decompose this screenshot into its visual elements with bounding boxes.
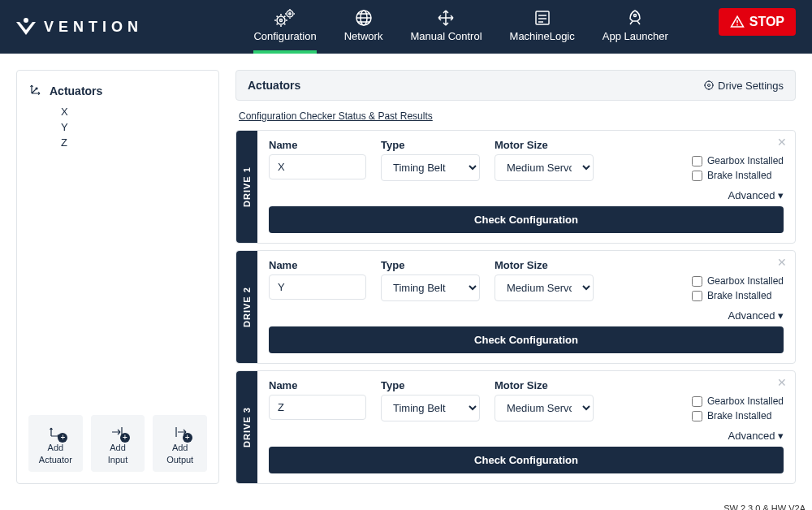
brand-text: VENTION xyxy=(44,19,143,36)
name-label: Name xyxy=(269,259,366,271)
add-actuator-button[interactable]: + Add Actuator xyxy=(28,415,83,472)
type-label: Type xyxy=(381,259,480,271)
brake-checkbox-label[interactable]: Brake Installed xyxy=(692,290,784,301)
brand-mark-icon xyxy=(16,17,36,37)
version-footer: SW 2.3.0 & HW V2A xyxy=(0,500,812,510)
nav-manual-control[interactable]: Manual Control xyxy=(410,0,482,54)
gearbox-checkbox[interactable] xyxy=(692,156,702,166)
name-input[interactable] xyxy=(269,274,366,300)
move-icon xyxy=(437,9,455,27)
drive-settings-link[interactable]: Drive Settings xyxy=(703,80,784,92)
svg-point-2 xyxy=(280,19,283,22)
close-icon[interactable]: ✕ xyxy=(777,376,787,389)
globe-icon xyxy=(355,9,373,27)
gearbox-checkbox-label[interactable]: Gearbox Installed xyxy=(692,395,784,407)
type-label: Type xyxy=(381,139,480,151)
svg-point-4 xyxy=(289,13,291,15)
svg-point-8 xyxy=(634,15,637,17)
brake-checkbox-label[interactable]: Brake Installed xyxy=(692,170,784,181)
check-configuration-button[interactable]: Check Configuration xyxy=(269,206,784,233)
add-input-button[interactable]: + Add Input xyxy=(91,415,145,472)
brand-logo: VENTION xyxy=(16,17,143,37)
name-input[interactable] xyxy=(269,395,366,420)
rocket-icon xyxy=(626,9,644,27)
sidebar-actuators-header[interactable]: Actuators xyxy=(28,82,207,99)
svg-point-0 xyxy=(24,18,28,23)
close-icon[interactable]: ✕ xyxy=(777,136,787,149)
svg-point-3 xyxy=(287,11,293,17)
stop-button[interactable]: STOP xyxy=(719,8,796,36)
brake-checkbox-label[interactable]: Brake Installed xyxy=(692,410,784,421)
type-select[interactable]: Timing Belt xyxy=(381,154,480,181)
advanced-toggle[interactable]: Advanced ▾ xyxy=(269,309,784,322)
name-label: Name xyxy=(269,379,366,391)
advanced-toggle[interactable]: Advanced ▾ xyxy=(269,189,784,201)
drive-tab-label: DRIVE 1 xyxy=(236,131,257,243)
check-configuration-button[interactable]: Check Configuration xyxy=(269,447,784,473)
svg-point-1 xyxy=(277,16,285,24)
nav-tabs: Configuration Network Manual Control Mac… xyxy=(253,0,796,54)
motor-size-select[interactable]: Medium Servo xyxy=(495,274,594,301)
name-label: Name xyxy=(269,139,366,151)
drive-card: DRIVE 2 ✕ Name Type Timing Belt Motor Si… xyxy=(235,250,796,364)
sidebar: Actuators X Y Z + Add Actuator + Add xyxy=(16,70,219,484)
topbar: VENTION Configuration Network Manual Con… xyxy=(0,0,812,54)
motor-size-select[interactable]: Medium Servo xyxy=(495,154,594,181)
svg-rect-9 xyxy=(736,20,738,24)
brake-checkbox[interactable] xyxy=(692,411,702,421)
configuration-checker-link[interactable]: Configuration Checker Status & Past Resu… xyxy=(235,107,796,123)
advanced-toggle[interactable]: Advanced ▾ xyxy=(269,430,784,442)
main-area: Actuators X Y Z + Add Actuator + Add xyxy=(0,54,812,500)
drive-card: DRIVE 1 ✕ Name Type Timing Belt Motor Si… xyxy=(235,130,796,244)
gearbox-checkbox[interactable] xyxy=(692,276,702,287)
content-title: Actuators xyxy=(248,79,300,92)
content: Actuators Drive Settings Configuration C… xyxy=(235,70,796,484)
nav-network[interactable]: Network xyxy=(344,0,383,54)
add-input-icon: + xyxy=(109,423,127,441)
gear-icon xyxy=(703,80,715,91)
drive-card: DRIVE 3 ✕ Name Type Timing Belt Motor Si… xyxy=(235,370,796,484)
name-input[interactable] xyxy=(269,154,366,179)
sidebar-item-z[interactable]: Z xyxy=(61,136,207,149)
logic-icon xyxy=(533,9,551,27)
add-output-icon: + xyxy=(171,423,189,441)
sidebar-item-y[interactable]: Y xyxy=(61,121,207,133)
type-select[interactable]: Timing Belt xyxy=(381,395,480,421)
sidebar-actuators-list: X Y Z xyxy=(28,106,207,149)
close-icon[interactable]: ✕ xyxy=(777,256,787,269)
warning-icon xyxy=(730,15,745,29)
gearbox-checkbox-label[interactable]: Gearbox Installed xyxy=(692,275,784,287)
brake-checkbox[interactable] xyxy=(692,171,702,181)
gears-icon xyxy=(274,9,296,27)
add-output-button[interactable]: + Add Output xyxy=(153,415,207,472)
motor-size-select[interactable]: Medium Servo xyxy=(495,395,594,421)
type-select[interactable]: Timing Belt xyxy=(381,274,480,301)
nav-app-launcher[interactable]: App Launcher xyxy=(603,0,668,54)
svg-rect-10 xyxy=(736,24,738,26)
content-header: Actuators Drive Settings xyxy=(235,70,796,101)
gearbox-checkbox[interactable] xyxy=(692,396,702,407)
add-actuator-icon: + xyxy=(46,423,64,441)
axes-icon xyxy=(28,82,43,99)
svg-point-12 xyxy=(708,84,710,87)
motor-size-label: Motor Size xyxy=(495,379,594,391)
motor-size-label: Motor Size xyxy=(495,139,594,151)
motor-size-label: Motor Size xyxy=(495,259,594,271)
gearbox-checkbox-label[interactable]: Gearbox Installed xyxy=(692,155,784,166)
nav-machinelogic[interactable]: MachineLogic xyxy=(510,0,575,54)
drive-tab-label: DRIVE 3 xyxy=(236,371,257,483)
type-label: Type xyxy=(381,379,480,391)
drive-tab-label: DRIVE 2 xyxy=(236,251,257,363)
check-configuration-button[interactable]: Check Configuration xyxy=(269,326,784,353)
sidebar-item-x[interactable]: X xyxy=(61,106,207,118)
nav-configuration[interactable]: Configuration xyxy=(253,0,316,54)
brake-checkbox[interactable] xyxy=(692,291,702,301)
